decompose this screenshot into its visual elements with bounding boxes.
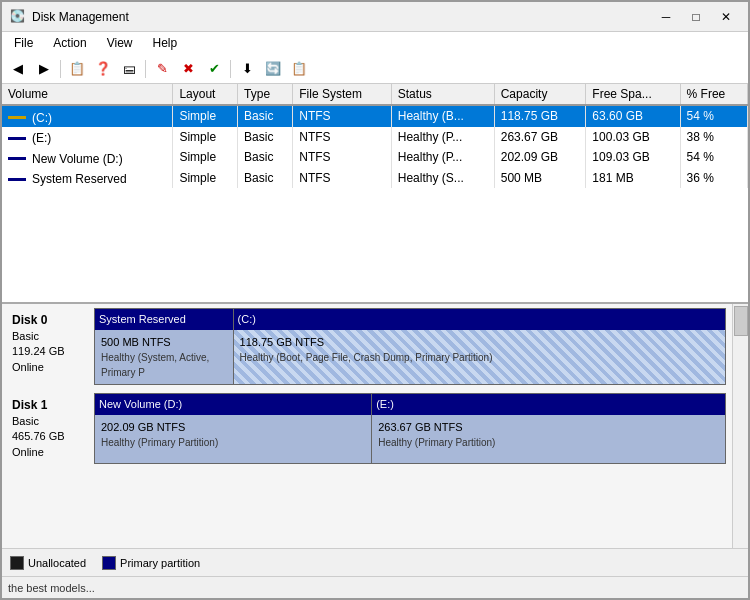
table-row[interactable]: System Reserved Simple Basic NTFS Health… — [2, 168, 748, 189]
col-layout: Layout — [173, 84, 238, 105]
cell-type: Basic — [238, 127, 293, 148]
cell-status: Healthy (P... — [391, 147, 494, 168]
menu-action[interactable]: Action — [45, 34, 94, 52]
edit-button[interactable]: ✎ — [150, 58, 174, 80]
partition-detail1: 263.67 GB NTFS — [378, 419, 719, 436]
partition-detail2: Healthy (Boot, Page File, Crash Dump, Pr… — [240, 350, 719, 365]
refresh-button[interactable]: 🔄 — [261, 58, 285, 80]
volume-icon: (E:) — [8, 131, 51, 145]
partition[interactable]: (E:)263.67 GB NTFSHealthy (Primary Parti… — [372, 394, 725, 463]
volume-icon: (C:) — [8, 111, 52, 125]
cell-volume: (E:) — [2, 127, 173, 148]
cell-filesystem: NTFS — [293, 147, 392, 168]
cell-pct: 36 % — [680, 168, 747, 189]
cell-layout: Simple — [173, 127, 238, 148]
menu-file[interactable]: File — [6, 34, 41, 52]
partition[interactable]: New Volume (D:)202.09 GB NTFSHealthy (Pr… — [95, 394, 372, 463]
clipboard-button[interactable]: 📋 — [287, 58, 311, 80]
col-volume: Volume — [2, 84, 173, 105]
partition-header: (E:) — [372, 394, 725, 415]
partition[interactable]: System Reserved500 MB NTFSHealthy (Syste… — [95, 309, 234, 384]
partition-detail1: 118.75 GB NTFS — [240, 334, 719, 351]
col-filesystem: File System — [293, 84, 392, 105]
minimize-button[interactable]: ─ — [652, 6, 680, 28]
delete-button[interactable]: ✖ — [176, 58, 200, 80]
legend-primary: Primary partition — [102, 556, 200, 570]
disk-label: Disk 0Basic119.24 GBOnline — [6, 308, 94, 385]
status-bar: the best models... — [2, 576, 748, 598]
download-button[interactable]: ⬇ — [235, 58, 259, 80]
table-header-row: Volume Layout Type File System Status Ca… — [2, 84, 748, 105]
unallocated-swatch — [10, 556, 24, 570]
menu-help[interactable]: Help — [145, 34, 186, 52]
partition-detail1: 500 MB NTFS — [101, 334, 227, 351]
maximize-button[interactable]: □ — [682, 6, 710, 28]
toolbar-separator-1 — [60, 60, 61, 78]
toolbar-separator-2 — [145, 60, 146, 78]
cell-free: 63.60 GB — [586, 105, 680, 127]
properties-button[interactable]: 📋 — [65, 58, 89, 80]
cell-volume: System Reserved — [2, 168, 173, 189]
toolbar: ◀ ▶ 📋 ❓ 🖴 ✎ ✖ ✔ ⬇ 🔄 📋 — [2, 54, 748, 84]
col-pct: % Free — [680, 84, 747, 105]
cell-free: 100.03 GB — [586, 127, 680, 148]
cell-capacity: 118.75 GB — [494, 105, 586, 127]
partition-header: (C:) — [234, 309, 725, 330]
primary-label: Primary partition — [120, 557, 200, 569]
col-capacity: Capacity — [494, 84, 586, 105]
forward-button[interactable]: ▶ — [32, 58, 56, 80]
partition-header: New Volume (D:) — [95, 394, 371, 415]
disk-rows-container: Disk 0Basic119.24 GBOnlineSystem Reserve… — [6, 308, 744, 464]
table-row[interactable]: (E:) Simple Basic NTFS Healthy (P... 263… — [2, 127, 748, 148]
cell-layout: Simple — [173, 168, 238, 189]
status-text: the best models... — [8, 582, 95, 594]
col-status: Status — [391, 84, 494, 105]
confirm-button[interactable]: ✔ — [202, 58, 226, 80]
cell-layout: Simple — [173, 105, 238, 127]
close-button[interactable]: ✕ — [712, 6, 740, 28]
cell-free: 181 MB — [586, 168, 680, 189]
menu-view[interactable]: View — [99, 34, 141, 52]
unallocated-label: Unallocated — [28, 557, 86, 569]
cell-capacity: 500 MB — [494, 168, 586, 189]
cell-type: Basic — [238, 147, 293, 168]
col-type: Type — [238, 84, 293, 105]
legend-unallocated: Unallocated — [10, 556, 86, 570]
cell-layout: Simple — [173, 147, 238, 168]
window-controls: ─ □ ✕ — [652, 6, 740, 28]
partition[interactable]: (C:)118.75 GB NTFSHealthy (Boot, Page Fi… — [234, 309, 725, 384]
cell-free: 109.03 GB — [586, 147, 680, 168]
help-button[interactable]: ❓ — [91, 58, 115, 80]
cell-capacity: 263.67 GB — [494, 127, 586, 148]
window-title: Disk Management — [32, 10, 129, 24]
app-icon: 💽 — [10, 9, 26, 25]
primary-swatch — [102, 556, 116, 570]
cell-volume: New Volume (D:) — [2, 147, 173, 168]
cell-type: Basic — [238, 105, 293, 127]
cell-pct: 54 % — [680, 147, 747, 168]
table-row[interactable]: New Volume (D:) Simple Basic NTFS Health… — [2, 147, 748, 168]
volume-icon: System Reserved — [8, 172, 127, 186]
cell-filesystem: NTFS — [293, 168, 392, 189]
partition-detail1: 202.09 GB NTFS — [101, 419, 365, 436]
disk-visual-area: Disk 0Basic119.24 GBOnlineSystem Reserve… — [2, 304, 748, 548]
volume-table-area: Volume Layout Type File System Status Ca… — [2, 84, 748, 304]
legend-bar: Unallocated Primary partition — [2, 548, 748, 576]
partition-detail2: Healthy (System, Active, Primary P — [101, 350, 227, 380]
disk-partitions: System Reserved500 MB NTFSHealthy (Syste… — [94, 308, 726, 385]
table-row[interactable]: (C:) Simple Basic NTFS Healthy (B... 118… — [2, 105, 748, 127]
volume-icon: New Volume (D:) — [8, 152, 123, 166]
menu-bar: File Action View Help — [2, 32, 748, 54]
col-free: Free Spa... — [586, 84, 680, 105]
title-bar: 💽 Disk Management ─ □ ✕ — [2, 2, 748, 32]
back-button[interactable]: ◀ — [6, 58, 30, 80]
cell-status: Healthy (B... — [391, 105, 494, 127]
disk-button[interactable]: 🖴 — [117, 58, 141, 80]
partition-header: System Reserved — [95, 309, 233, 330]
scrollbar-thumb[interactable] — [734, 306, 748, 336]
toolbar-separator-3 — [230, 60, 231, 78]
disk-management-window: 💽 Disk Management ─ □ ✕ File Action View… — [0, 0, 750, 600]
disk-row: Disk 0Basic119.24 GBOnlineSystem Reserve… — [6, 308, 726, 385]
scrollbar[interactable] — [732, 304, 748, 548]
cell-pct: 38 % — [680, 127, 747, 148]
